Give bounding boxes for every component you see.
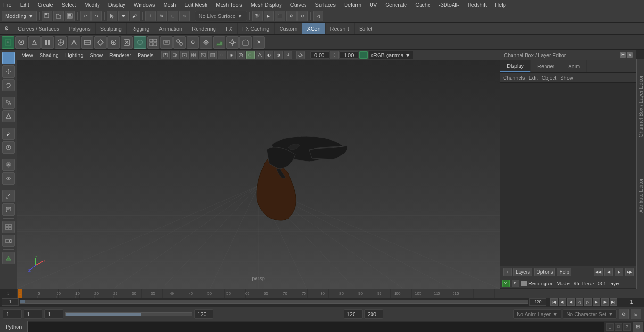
layer-color-swatch[interactable] [521,281,527,286]
python-maximize-button[interactable]: □ [615,323,622,331]
viewport-menu-shading[interactable]: Shading [38,52,60,58]
xgen-icon2[interactable] [15,36,27,49]
menu-display[interactable]: Display [107,2,127,8]
xgen-icon7[interactable] [81,36,93,49]
channel-box-pin-button[interactable]: ⊢ [620,52,626,58]
xgen-icon8[interactable] [94,36,107,49]
tab-custom[interactable]: Custom [275,23,303,34]
viewport-menu-renderer[interactable]: Renderer [107,52,133,58]
tab-bullet[interactable]: Bullet [355,23,378,34]
xgen-icon6[interactable] [68,36,80,49]
channel-box-close-button[interactable]: ✕ [627,52,633,58]
vp-wireframe-icon[interactable] [199,51,207,59]
layer-p-button[interactable]: P [512,280,519,287]
viewport-menu-view[interactable]: View [20,52,35,58]
vp-render-icon[interactable] [180,51,189,59]
menu-create[interactable]: Create [36,2,55,8]
menu-select[interactable]: Select [60,2,78,8]
menu-uv[interactable]: UV [368,2,378,8]
cb-tab-anim[interactable]: Anim [561,60,587,72]
vp-shadow-icon[interactable]: ◑ [274,51,283,59]
vp-smooth-icon[interactable]: ◉ [227,51,236,59]
xgen-icon3[interactable] [28,36,41,49]
viewport-menu-show[interactable]: Show [88,52,105,58]
vp-solid-icon[interactable] [208,51,217,59]
rotate-tool-button[interactable]: ↻ [157,11,167,21]
play-forward-button[interactable]: ▷ [584,298,592,306]
undo-button[interactable]: ↩ [80,11,91,21]
viewport-menu-panels[interactable]: Panels [136,52,156,58]
xgen-icon15[interactable]: ⊙ [187,36,199,49]
viewport-number2[interactable]: 1.00 [339,51,358,59]
menu-help[interactable]: Help [494,2,507,8]
tab-redshift[interactable]: Redshift [326,23,355,34]
render-settings-button[interactable]: ⚙ [286,11,297,21]
menu-edit-mesh[interactable]: Edit Mesh [183,2,209,8]
menu-mesh-tools[interactable]: Mesh Tools [215,2,243,8]
vp-grid-icon[interactable] [190,51,198,59]
current-frame-field[interactable]: 1 [621,298,642,306]
menu-mesh[interactable]: Mesh [162,2,177,8]
menu-mesh-display[interactable]: Mesh Display [249,2,283,8]
side-tab-channel-box[interactable]: Channel Box / Layer Editor [637,73,644,139]
layer-menu-layers[interactable]: Layers [513,268,532,276]
char-set-dropdown[interactable]: No Character Set ▼ [563,309,617,319]
menu-cache[interactable]: Cache [414,2,432,8]
tab-rendering[interactable]: Rendering [187,23,221,34]
viewport-menu-lighting[interactable]: Lighting [63,52,85,58]
timeline-ruler[interactable]: 1 1 5 10 15 20 25 30 35 40 45 [0,289,644,298]
lasso-tool-button[interactable]: ⬬ [118,11,129,21]
vp-face-icon[interactable]: ◐ [265,51,273,59]
tab-curves-surfaces[interactable]: Curves / Surfaces [13,23,64,34]
go-end-button[interactable]: ▶| [610,298,617,306]
layer-prev2-button[interactable]: ◀ [604,268,613,276]
scale-mode-button[interactable] [2,97,15,109]
status-out-field[interactable]: 120 [194,309,213,319]
go-start-button[interactable]: |◀ [550,298,558,306]
viewport-color-swatch[interactable] [359,51,368,59]
layer-visibility-button[interactable]: V [502,280,510,287]
viewport-number1[interactable]: 0.00 [310,51,329,59]
tab-sculpting[interactable]: Sculpting [96,23,127,34]
cb-menu-show[interactable]: Show [560,75,573,81]
move-tool-button[interactable]: ✛ [145,11,156,21]
menu-generate[interactable]: Generate [384,2,408,8]
xgen-icon10[interactable] [121,36,133,49]
circle-render-button[interactable]: ⊙ [297,11,308,21]
annotation-button[interactable] [2,203,15,216]
menu-curves[interactable]: Curves [289,2,308,8]
tab-polygons[interactable]: Polygons [64,23,95,34]
xgen-icon4[interactable] [41,36,54,49]
snap-grid-button[interactable] [2,221,15,233]
xgen-icon12[interactable] [147,36,159,49]
xgen-icon13[interactable] [160,36,173,49]
side-tab-attribute-editor[interactable]: Attribute Editor [637,177,644,215]
paint-button[interactable]: 🖌 [2,128,15,140]
tab-fx-caching[interactable]: FX Caching [238,23,274,34]
next-key-button[interactable]: ▶ [593,298,600,306]
cb-tab-display[interactable]: Display [500,60,531,72]
universal-tool-button[interactable]: ⊕ [179,11,190,21]
next-frame-button[interactable]: |▶ [601,298,609,306]
menu-surfaces[interactable]: Surfaces [314,2,337,8]
layer-menu-help[interactable]: Help [557,268,571,276]
add-layer-button[interactable]: + [503,268,512,276]
vp-ao-icon[interactable] [237,51,245,59]
measure-button[interactable] [2,190,15,202]
python-cmd-icon[interactable]: ⊞ [633,322,643,332]
select-mode-button[interactable] [2,52,15,64]
status-field3[interactable]: 1 [44,309,63,319]
status-range-slider[interactable] [65,312,192,316]
vp-camera-icon[interactable] [171,51,179,59]
tab-fx[interactable]: FX [221,23,238,34]
extra-btn1[interactable]: ◁ [313,11,323,21]
snap-button[interactable] [2,110,15,122]
anim-layer-dropdown[interactable]: No Anim Layer ▼ [513,309,561,319]
cb-menu-channels[interactable]: Channels [503,75,525,81]
status-out3-field[interactable]: 200 [364,309,383,319]
vp-home-icon[interactable] [161,51,170,59]
xgen-icon16[interactable] [200,36,212,49]
soft-select-button[interactable] [2,159,15,171]
status-field2[interactable]: 1 [24,309,42,319]
mode-dropdown[interactable]: Modeling ▼ [2,11,37,21]
